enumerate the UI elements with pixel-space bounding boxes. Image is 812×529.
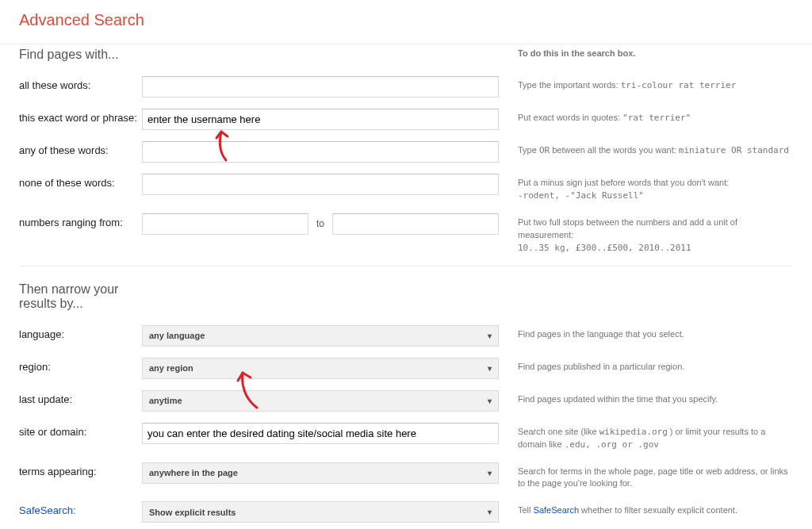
label-site: site or domain: [19,423,142,438]
narrow-heading: Then narrow your results by... [19,282,146,311]
terms-select[interactable]: anywhere in the page ▾ [142,462,499,484]
chevron-down-icon: ▾ [488,364,492,373]
tip-any-words: Type OR between all the words you want: … [499,141,793,157]
chevron-down-icon: ▾ [488,397,492,405]
chevron-down-icon: ▾ [488,508,492,516]
num-to-label: to [316,218,324,229]
label-none-words: none of these words: [19,174,142,189]
page-title: Advanced Search [19,0,793,44]
num-from-input[interactable] [142,213,308,235]
chevron-down-icon: ▾ [488,332,492,340]
chevron-down-icon: ▾ [488,469,492,477]
safesearch-link[interactable]: SafeSearch: [19,504,76,516]
label-exact-phrase: this exact word or phrase: [19,109,142,124]
region-select[interactable]: any region ▾ [142,358,499,379]
num-to-input[interactable] [332,213,499,235]
exact-phrase-input[interactable] [142,109,499,130]
tip-last-update: Find pages updated within the time that … [499,390,793,406]
label-num-range: numbers ranging from: [19,213,142,228]
label-language: language: [19,325,142,340]
label-all-words: all these words: [19,76,142,91]
tip-safesearch: Tell SafeSearch whether to filter sexual… [499,501,793,517]
tip-num-range: Put two full stops between the numbers a… [499,213,793,255]
safesearch-select[interactable]: Show explicit results ▾ [142,501,499,523]
divider [19,266,793,266]
none-words-input[interactable] [142,174,499,195]
tip-exact-phrase: Put exact words in quotes: "rat terrier" [499,109,793,125]
tip-region: Find pages published in a particular reg… [499,358,793,374]
site-input[interactable] [142,423,499,444]
tip-language: Find pages in the language that you sele… [499,325,793,341]
safesearch-help-link[interactable]: SafeSearch [534,505,579,515]
tip-all-words: Type the important words: tri-colour rat… [499,76,793,92]
tip-none-words: Put a minus sign just before words that … [499,174,793,202]
last-update-select[interactable]: anytime ▾ [142,390,499,412]
tip-terms: Search for terms in the whole page, page… [499,462,793,491]
label-safesearch: SafeSearch: [19,501,142,516]
label-region: region: [19,358,142,373]
any-words-input[interactable] [142,141,499,163]
label-any-words: any of these words: [19,141,142,156]
label-terms: terms appearing: [19,462,142,477]
label-last-update: last update: [19,390,142,405]
language-select[interactable]: any language ▾ [142,325,499,347]
tip-site: Search one site (like wikipedia.org ) or… [499,423,793,451]
todo-heading: To do this in the search box. [499,44,793,60]
all-words-input[interactable] [142,76,499,98]
